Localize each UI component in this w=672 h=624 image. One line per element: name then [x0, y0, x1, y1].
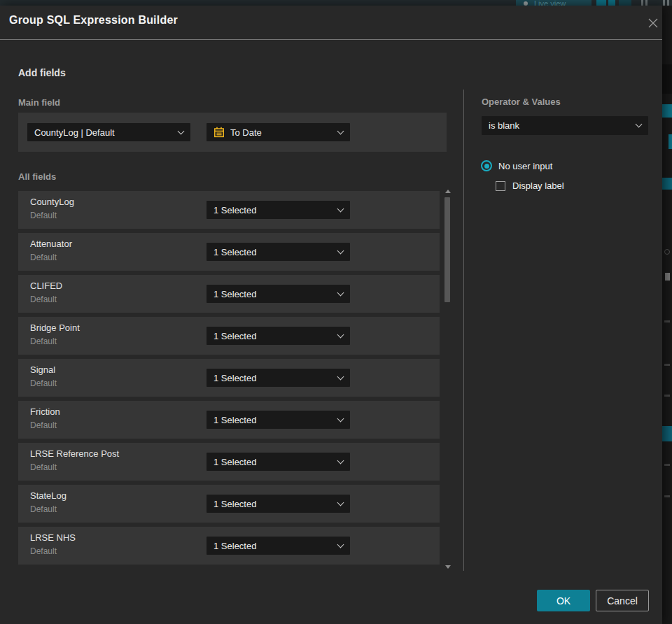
dialog-title: Group SQL Expression Builder: [9, 14, 178, 27]
display-label-label: Display label: [512, 180, 564, 191]
field-subtitle: Default: [30, 462, 57, 472]
background-panel-fragment: [662, 64, 672, 94]
field-row: LRSE NHS Default 1 Selected: [18, 527, 440, 565]
background-panel-fragment: [662, 178, 672, 190]
operator-values-label: Operator & Values: [482, 97, 561, 107]
scrollbar-up-arrow-icon[interactable]: [445, 190, 451, 193]
chevron-down-icon: [337, 289, 344, 296]
chevron-down-icon: [337, 457, 344, 464]
chevron-down-icon: [337, 499, 344, 506]
field-name: Attenuator: [30, 239, 72, 249]
field-subtitle: Default: [30, 546, 57, 556]
checkbox-icon: [496, 181, 505, 191]
field-name: CLIFED: [30, 281, 62, 291]
field-selected-dropdown[interactable]: 1 Selected: [206, 411, 350, 429]
background-toolbar-fragment: [619, 0, 631, 6]
field-subtitle: Default: [30, 295, 57, 304]
field-subtitle: Default: [30, 211, 57, 220]
scrollbar-thumb[interactable]: [444, 197, 450, 302]
field-selected-dropdown[interactable]: 1 Selected: [206, 285, 350, 303]
background-panel-fragment: [664, 495, 670, 497]
field-subtitle: Default: [30, 378, 57, 388]
field-selected-dropdown[interactable]: 1 Selected: [206, 369, 350, 387]
field-selected-dropdown[interactable]: 1 Selected: [206, 243, 350, 261]
chevron-down-icon: [337, 373, 344, 380]
background-panel-fragment: [664, 395, 670, 397]
background-panel-fragment: [662, 426, 672, 441]
field-selected-dropdown[interactable]: 1 Selected: [206, 327, 350, 345]
column-divider: [463, 90, 464, 571]
background-toolbar-fragment: [596, 0, 606, 6]
background-toolbar-fragment: [667, 0, 669, 6]
field-row: CLIFED Default 1 Selected: [18, 275, 440, 313]
background-panel-fragment: [662, 104, 672, 118]
field-subtitle: Default: [30, 253, 57, 262]
field-selected-dropdown[interactable]: 1 Selected: [206, 495, 350, 513]
main-field-source-dropdown[interactable]: CountyLog | Default: [27, 123, 190, 141]
chevron-down-icon: [337, 541, 344, 548]
field-name: Friction: [30, 406, 60, 417]
field-row: CountyLog Default 1 Selected: [18, 191, 440, 229]
chevron-down-icon: [337, 415, 344, 422]
group-sql-expression-builder-dialog: Group SQL Expression Builder Add fields …: [0, 6, 662, 624]
scrollbar-down-arrow-icon[interactable]: [445, 565, 451, 569]
field-selected-dropdown[interactable]: 1 Selected: [206, 537, 350, 555]
field-name: LRSE Reference Post: [30, 448, 119, 459]
field-selected-dropdown[interactable]: 1 Selected: [206, 201, 350, 219]
operator-dropdown[interactable]: is blank: [482, 116, 648, 135]
chevron-down-icon: [337, 247, 344, 254]
chevron-down-icon: [337, 205, 344, 212]
ok-button[interactable]: OK: [537, 590, 590, 611]
dialog-header: Group SQL Expression Builder: [0, 6, 662, 40]
live-view-label: Live view: [534, 0, 566, 6]
chevron-down-icon: [636, 121, 643, 128]
display-label-checkbox[interactable]: Display label: [496, 180, 564, 191]
background-panel-fragment: [664, 249, 670, 255]
background-panel-fragment: [665, 273, 670, 281]
field-row: Attenuator Default 1 Selected: [18, 233, 440, 271]
no-user-input-label: No user input: [498, 161, 552, 171]
background-toolbar-fragment: [663, 0, 665, 6]
field-name: Bridge Point: [30, 322, 80, 333]
field-row: StateLog Default 1 Selected: [18, 485, 440, 523]
cancel-button[interactable]: Cancel: [596, 590, 649, 611]
background-toolbar-fragment: [641, 0, 643, 6]
field-subtitle: Default: [30, 336, 57, 346]
chevron-down-icon: [337, 331, 344, 338]
background-panel-fragment: [664, 464, 670, 466]
close-button[interactable]: [644, 14, 662, 32]
field-name: StateLog: [30, 490, 66, 501]
main-field-field-dropdown[interactable]: To Date: [206, 123, 350, 141]
field-selected-dropdown[interactable]: 1 Selected: [206, 453, 350, 471]
calendar-icon: [214, 127, 225, 138]
background-toolbar-fragment: [608, 0, 615, 6]
no-user-input-radio[interactable]: No user input: [481, 160, 552, 171]
main-field-label: Main field: [18, 97, 60, 108]
chevron-down-icon: [337, 127, 344, 134]
all-fields-label: All fields: [18, 171, 56, 182]
field-name: LRSE NHS: [30, 532, 76, 543]
field-row: LRSE Reference Post Default 1 Selected: [18, 443, 440, 481]
add-fields-heading: Add fields: [18, 67, 66, 78]
field-subtitle: Default: [30, 504, 57, 514]
background-panel-fragment: [664, 364, 670, 366]
background-panel-fragment: [668, 134, 672, 149]
field-name: Signal: [30, 364, 55, 375]
all-fields-list: CountyLog Default 1 Selected Attenuator …: [18, 191, 440, 569]
background-toolbar-strip: Live view: [0, 0, 672, 6]
fields-list-scrollbar[interactable]: [443, 188, 453, 569]
radio-selected-icon: [481, 160, 492, 171]
field-row: Friction Default 1 Selected: [18, 401, 440, 439]
field-row: Bridge Point Default 1 Selected: [18, 317, 440, 355]
field-name: CountyLog: [30, 197, 74, 207]
background-panel-strip: [662, 6, 672, 624]
chevron-down-icon: [178, 127, 185, 134]
main-field-panel: CountyLog | Default To Date: [18, 113, 447, 152]
close-icon: [648, 17, 659, 29]
background-toolbar-fragment: [645, 0, 648, 6]
live-view-toggle[interactable]: Live view: [516, 0, 592, 6]
field-subtitle: Default: [30, 420, 57, 430]
field-row: Signal Default 1 Selected: [18, 359, 440, 397]
background-panel-fragment: [664, 320, 670, 322]
